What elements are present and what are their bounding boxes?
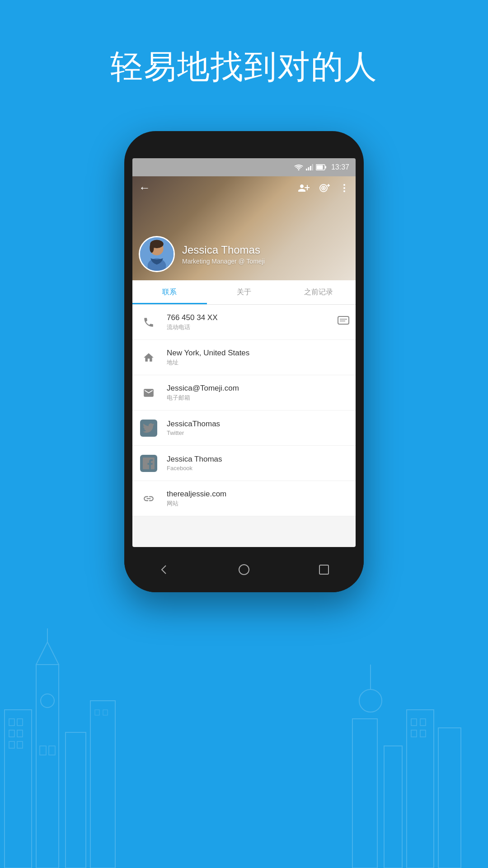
svg-rect-20	[384, 746, 402, 868]
facebook-icon	[143, 458, 155, 469]
tabs-bar: 联系 关于 之前记录	[132, 280, 356, 305]
email-value: Jessica@Tomeji.com	[167, 384, 349, 393]
address-value: New York, United States	[167, 349, 349, 358]
svg-rect-3	[9, 730, 14, 737]
address-label: 地址	[167, 359, 349, 367]
website-label: 网站	[167, 500, 349, 508]
svg-point-39	[323, 188, 324, 189]
tab-about[interactable]: 关于	[207, 280, 282, 304]
battery-icon	[316, 164, 327, 170]
svg-rect-10	[40, 746, 46, 755]
svg-rect-54	[319, 565, 328, 574]
list-item[interactable]: Jessica@Tomeji.com 电子邮箱	[132, 375, 356, 410]
svg-rect-15	[95, 710, 99, 715]
svg-rect-23	[420, 719, 426, 726]
svg-rect-33	[325, 166, 326, 169]
list-item[interactable]: therealjessie.com 网站	[132, 481, 356, 516]
svg-rect-31	[312, 164, 313, 170]
avatar	[139, 236, 175, 272]
contact-header: ←	[132, 176, 356, 280]
twitter-content: JessicaThomas Twitter	[167, 420, 349, 436]
phone-content: 766 450 34 XX 流动电话	[167, 313, 333, 331]
signal-icon	[306, 164, 313, 170]
svg-point-48	[150, 243, 154, 253]
svg-rect-11	[49, 746, 55, 755]
message-action-icon[interactable]	[338, 316, 349, 329]
svg-marker-8	[36, 642, 59, 665]
svg-rect-30	[310, 166, 311, 170]
email-icon	[139, 383, 159, 403]
svg-rect-24	[411, 730, 417, 737]
toolbar: ←	[132, 176, 356, 199]
status-icons: 13:37	[294, 163, 349, 171]
list-item[interactable]: 766 450 34 XX 流动电话	[132, 305, 356, 340]
facebook-value: Jessica Thomas	[167, 455, 349, 464]
phone-screen: 13:37 ←	[132, 158, 356, 547]
facebook-label: Facebook	[167, 465, 349, 472]
twitter-value: JessicaThomas	[167, 420, 349, 429]
svg-rect-25	[420, 730, 426, 737]
add-contact-icon[interactable]	[298, 183, 310, 193]
phone-label: 流动电话	[167, 323, 333, 331]
contact-list: 766 450 34 XX 流动电话	[132, 305, 356, 516]
nav-home-button[interactable]	[233, 558, 255, 581]
website-value: therealjessie.com	[167, 490, 349, 499]
tab-contact[interactable]: 联系	[132, 280, 207, 304]
back-button[interactable]: ←	[139, 181, 150, 195]
svg-point-12	[41, 694, 54, 708]
svg-point-53	[239, 565, 249, 575]
phone-device: 13:37 ←	[124, 131, 364, 592]
twitter-label: Twitter	[167, 429, 349, 436]
nav-bar	[124, 547, 364, 592]
twitter-icon	[143, 422, 155, 434]
phone-number: 766 450 34 XX	[167, 313, 333, 322]
svg-rect-16	[103, 710, 108, 715]
svg-rect-5	[9, 741, 14, 748]
svg-point-43	[343, 187, 345, 189]
svg-rect-0	[5, 710, 32, 868]
address-content: New York, United States 地址	[167, 349, 349, 367]
status-time: 13:37	[331, 163, 349, 171]
svg-rect-2	[17, 719, 23, 726]
svg-rect-17	[352, 719, 377, 868]
contact-title: Marketing Manager @ Tomeji	[182, 258, 265, 265]
email-content: Jessica@Tomeji.com 电子邮箱	[167, 384, 349, 402]
list-item[interactable]: New York, United States 地址	[132, 340, 356, 375]
svg-rect-29	[308, 167, 309, 170]
svg-rect-4	[17, 730, 23, 737]
wifi-icon	[294, 164, 303, 170]
tab-history[interactable]: 之前记录	[281, 280, 356, 304]
status-bar: 13:37	[132, 158, 356, 176]
contact-info: Jessica Thomas Marketing Manager @ Tomej…	[139, 236, 265, 272]
svg-rect-7	[36, 665, 59, 868]
svg-point-27	[298, 169, 299, 170]
svg-rect-50	[338, 316, 349, 324]
nav-recents-button[interactable]	[313, 558, 335, 581]
facebook-content: Jessica Thomas Facebook	[167, 455, 349, 472]
svg-rect-1	[9, 719, 14, 726]
svg-rect-34	[316, 165, 323, 170]
toolbar-actions	[298, 183, 349, 193]
contact-name: Jessica Thomas	[182, 244, 265, 256]
list-item[interactable]: Jessica Thomas Facebook	[132, 446, 356, 481]
city-illustration	[0, 619, 488, 868]
facebook-icon-wrapper	[139, 453, 159, 473]
more-options-icon[interactable]	[339, 183, 349, 193]
svg-rect-14	[90, 701, 115, 868]
website-content: therealjessie.com 网站	[167, 490, 349, 508]
svg-point-18	[359, 689, 382, 712]
phone-icon	[139, 312, 159, 332]
twitter-icon-wrapper	[139, 418, 159, 438]
svg-rect-22	[411, 719, 417, 726]
contact-name-block: Jessica Thomas Marketing Manager @ Tomej…	[182, 244, 265, 265]
page-header: 轻易地找到对的人	[0, 45, 488, 89]
email-label: 电子邮箱	[167, 394, 349, 402]
svg-point-42	[343, 184, 345, 186]
nav-back-button[interactable]	[153, 558, 175, 581]
svg-rect-6	[17, 741, 23, 748]
svg-point-44	[343, 190, 345, 192]
add-target-icon[interactable]	[319, 183, 330, 193]
svg-rect-28	[306, 169, 307, 170]
svg-rect-13	[66, 732, 86, 868]
list-item[interactable]: JessicaThomas Twitter	[132, 410, 356, 446]
